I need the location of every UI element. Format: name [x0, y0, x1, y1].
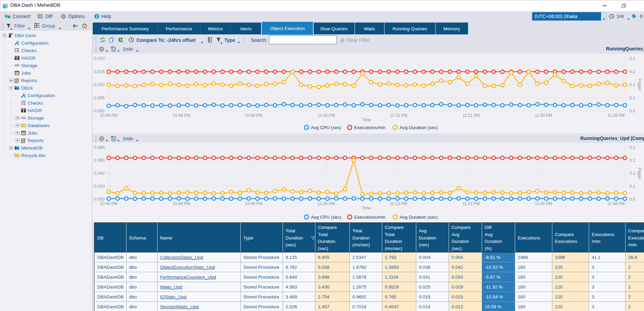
svg-text:0.0: 0.0 [629, 197, 635, 202]
svg-text:0.020: 0.020 [94, 184, 105, 189]
svg-text:11:30 PM: 11:30 PM [535, 201, 552, 206]
svg-text:11:21 PM: 11:21 PM [463, 201, 480, 206]
svg-text:11:38 PM: 11:38 PM [608, 201, 625, 206]
svg-text:0.2: 0.2 [629, 158, 635, 163]
svg-text:0.000: 0.000 [94, 197, 105, 202]
svg-text:Avg CPU (sec): Avg CPU (sec) [311, 215, 341, 220]
svg-text:10:56 PM: 10:56 PM [245, 113, 262, 118]
svg-text:Executions/min: Executions/min [354, 215, 386, 220]
svg-text:0.000: 0.000 [94, 109, 105, 113]
svg-text:11:13 PM: 11:13 PM [390, 113, 407, 118]
svg-text:10:40 PM: 10:40 PM [100, 201, 117, 206]
svg-text:11:21 PM: 11:21 PM [463, 113, 480, 118]
svg-text:Executions/min: Executions/min [354, 125, 386, 130]
svg-text:10:48 PM: 10:48 PM [173, 201, 190, 206]
svg-text:Pages: Pages [637, 79, 642, 91]
svg-text:0.060: 0.060 [94, 158, 105, 163]
svg-text:0.1: 0.1 [629, 171, 635, 176]
svg-text:10:48 PM: 10:48 PM [173, 113, 190, 118]
svg-text:0.080: 0.080 [94, 145, 105, 150]
svg-text:0.2: 0.2 [629, 145, 635, 150]
svg-text:Avg CPU (sec): Avg CPU (sec) [311, 125, 341, 130]
svg-text:0.2: 0.2 [629, 69, 635, 74]
svg-text:0.1: 0.1 [629, 96, 635, 100]
svg-text:0.015: 0.015 [94, 69, 105, 74]
svg-text:Avg Duration (sec): Avg Duration (sec) [400, 125, 438, 130]
svg-text:Time: Time [362, 118, 371, 122]
svg-text:11:05 PM: 11:05 PM [318, 113, 335, 118]
svg-text:0.0: 0.0 [629, 109, 635, 113]
svg-text:0.040: 0.040 [94, 171, 105, 176]
svg-text:Avg Duration (sec): Avg Duration (sec) [400, 215, 438, 220]
svg-text:11:05 PM: 11:05 PM [318, 201, 335, 206]
svg-text:0.010: 0.010 [94, 82, 105, 87]
svg-text:Time: Time [362, 206, 371, 211]
svg-text:0.005: 0.005 [94, 96, 105, 100]
svg-text:Pages: Pages [637, 168, 642, 179]
svg-text:0.020: 0.020 [94, 56, 105, 61]
svg-text:10:40 PM: 10:40 PM [100, 113, 117, 118]
svg-text:11:13 PM: 11:13 PM [390, 201, 407, 206]
svg-text:0.1: 0.1 [629, 184, 635, 189]
svg-text:0.2: 0.2 [629, 56, 635, 61]
svg-text:11:30 PM: 11:30 PM [535, 113, 552, 118]
svg-text:0.1: 0.1 [629, 82, 635, 87]
svg-text:10:56 PM: 10:56 PM [245, 201, 262, 206]
svg-text:11:38 PM: 11:38 PM [608, 113, 625, 118]
